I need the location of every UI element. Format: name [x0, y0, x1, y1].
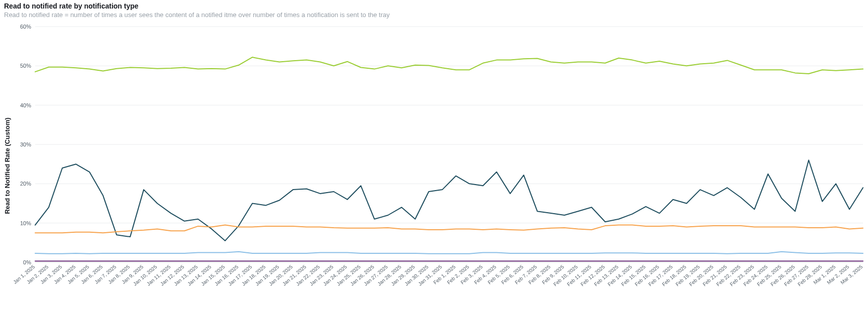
chart-subtitle: Read to notified rate = number of times …: [4, 11, 864, 19]
series-series-orange: [35, 225, 863, 233]
series-series-green: [35, 57, 863, 74]
y-tick-label: 20%: [20, 181, 31, 187]
y-tick-label: 0%: [23, 259, 31, 265]
y-tick-label: 30%: [20, 141, 31, 147]
chart-area: Read to Notified Rate (Custom) 0%10%20%3…: [0, 22, 868, 302]
chart-svg: 0%10%20%30%40%50%60%Jan 1, 2025Jan 2, 20…: [0, 22, 868, 302]
chart-title: Read to notified rate by notification ty…: [4, 2, 864, 10]
y-axis-title: Read to Notified Rate (Custom): [4, 117, 11, 214]
y-tick-label: 40%: [20, 102, 31, 108]
y-tick-label: 60%: [20, 24, 31, 30]
series-series-blue: [35, 252, 863, 254]
y-tick-label: 10%: [20, 220, 31, 226]
y-tick-label: 50%: [20, 63, 31, 69]
series-series-teal: [35, 160, 863, 241]
